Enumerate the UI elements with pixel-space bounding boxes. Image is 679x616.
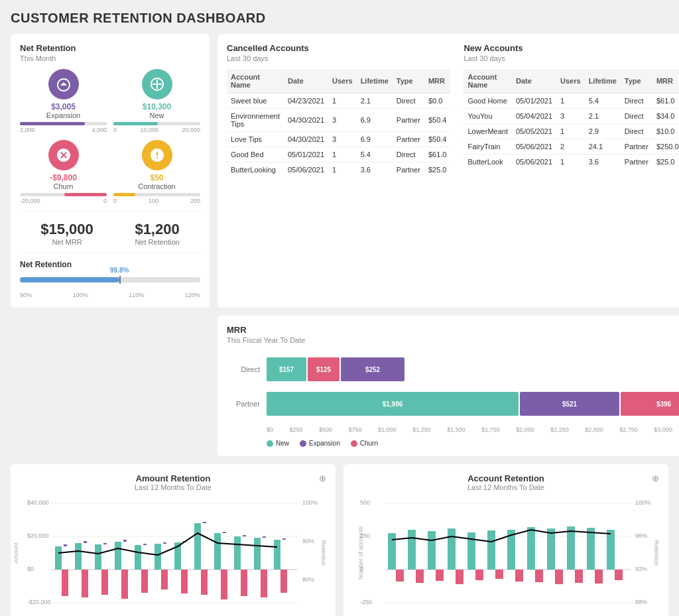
table-cell: $61.0 xyxy=(424,147,451,162)
net-retention-label: Net Retention xyxy=(135,238,179,246)
svg-rect-41 xyxy=(143,544,147,545)
table-cell: $61.0 xyxy=(652,93,679,109)
svg-text:96%: 96% xyxy=(635,532,647,539)
table-cell: $50.4 xyxy=(424,109,451,132)
svg-rect-81 xyxy=(555,570,563,584)
table-cell: 04/23/2021 xyxy=(284,93,328,109)
table-cell: Partner xyxy=(393,109,424,132)
cancelled-title: Cancelled Accounts xyxy=(227,43,450,53)
table-cell: $10.0 xyxy=(652,124,679,139)
table-cell: 04/30/2021 xyxy=(284,109,328,132)
svg-text:80%: 80% xyxy=(302,576,314,583)
table-cell: 2.1 xyxy=(585,109,621,124)
net-retention-value: $1,200 xyxy=(135,221,179,238)
contraction-metric: $50 Contraction 0100200 xyxy=(113,140,200,204)
new-col-lifetime: Lifetime xyxy=(585,69,621,93)
churn-label: Churn xyxy=(54,182,74,190)
svg-rect-73 xyxy=(396,570,404,582)
table-cell: ButterLooking xyxy=(227,162,284,178)
table-cell: LowerMeant xyxy=(463,124,512,139)
cancelled-table-row: Love Tips04/30/202136.9Partner$50.4 xyxy=(227,132,450,147)
svg-rect-31 xyxy=(181,570,188,593)
cancelled-col-users: Users xyxy=(328,69,357,93)
svg-rect-84 xyxy=(615,570,623,580)
svg-rect-64 xyxy=(448,528,456,570)
svg-rect-20 xyxy=(194,523,201,570)
table-cell: YouYou xyxy=(463,109,512,124)
svg-rect-63 xyxy=(428,531,436,570)
table-cell: Environnement Tips xyxy=(227,109,284,132)
svg-text:100%: 100% xyxy=(635,499,650,506)
new-accounts-table: Account Name Date Users Lifetime Type MR… xyxy=(463,69,679,169)
svg-rect-24 xyxy=(274,540,280,570)
retention-gauge: Net Retention 99.8% 90%100%110%120% xyxy=(20,260,200,298)
table-cell: Good Home xyxy=(463,93,512,109)
svg-rect-82 xyxy=(575,570,583,583)
churn-metric: -$9,800 Churn -20,0000 xyxy=(20,140,107,204)
new-table-row: LowerMeant05/05/202112.9Direct$10.0 xyxy=(463,124,679,139)
table-cell: 1 xyxy=(328,93,357,109)
account-retention-title: Account Retention xyxy=(455,473,557,483)
amount-retention-svg: $40,000 $20,000 $0 -$20,000 100% 90% 80%… xyxy=(27,497,320,616)
new-col-users: Users xyxy=(556,69,585,93)
table-cell: 1 xyxy=(328,147,357,162)
legend-churn: Churn xyxy=(351,440,378,447)
expansion-label: Expansion xyxy=(46,111,80,119)
table-cell: 1 xyxy=(556,93,585,109)
account-retention-zoom[interactable]: ⊕ xyxy=(652,473,659,483)
table-cell: 1 xyxy=(328,162,357,178)
table-cell: $25.0 xyxy=(424,162,451,178)
svg-rect-65 xyxy=(467,532,475,570)
amount-retention-title: Amount Retention xyxy=(122,473,224,483)
svg-text:92%: 92% xyxy=(635,566,647,572)
table-cell: $50.4 xyxy=(424,132,451,147)
direct-new-bar: $157 xyxy=(267,357,306,381)
svg-rect-18 xyxy=(154,544,161,570)
table-cell: ButterLook xyxy=(463,154,512,170)
cancelled-table-row: Environnement Tips04/30/202136.9Partner$… xyxy=(227,109,450,132)
svg-rect-22 xyxy=(234,536,241,570)
table-cell: Direct xyxy=(621,124,652,139)
net-mrr-label: Net MRR xyxy=(40,238,93,246)
svg-rect-39 xyxy=(103,543,107,544)
svg-rect-16 xyxy=(115,542,121,570)
table-cell: Partner xyxy=(621,139,652,154)
svg-rect-75 xyxy=(436,570,444,581)
table-cell: 2 xyxy=(556,139,585,154)
svg-rect-30 xyxy=(161,570,168,589)
table-cell: FairyTrain xyxy=(463,139,512,154)
gauge-axis: 90%100%110%120% xyxy=(20,292,200,298)
expansion-icon xyxy=(48,69,79,99)
account-retention-y-label: Retention xyxy=(654,540,660,566)
account-retention-card: Account Retention Last 12 Months To Date… xyxy=(343,464,668,616)
table-cell: 05/01/2021 xyxy=(512,93,556,109)
svg-rect-70 xyxy=(567,526,575,570)
contraction-icon xyxy=(142,140,172,170)
contraction-label: Contraction xyxy=(138,182,175,190)
partner-new-bar: $1,986 xyxy=(267,392,519,416)
table-cell: Good Bed xyxy=(227,147,284,162)
net-mrr-value: $15,000 xyxy=(40,221,93,238)
svg-rect-28 xyxy=(121,570,128,599)
new-label: New xyxy=(149,111,164,119)
svg-text:$0: $0 xyxy=(27,566,34,572)
table-cell: $250.0 xyxy=(652,139,679,154)
svg-text:500: 500 xyxy=(360,499,370,506)
cancelled-table: Account Name Date Users Lifetime Type MR… xyxy=(227,69,450,177)
svg-rect-33 xyxy=(221,570,227,599)
svg-rect-80 xyxy=(535,570,543,582)
svg-rect-79 xyxy=(515,570,523,582)
legend-expansion: Expansion xyxy=(300,440,340,447)
svg-rect-26 xyxy=(82,570,88,597)
svg-text:$40,000: $40,000 xyxy=(27,499,49,506)
svg-rect-78 xyxy=(495,570,503,579)
new-accounts-section: New Accounts Last 30 days Account Name D… xyxy=(463,43,679,177)
svg-text:-250: -250 xyxy=(360,599,372,605)
contraction-bar: 0100200 xyxy=(113,193,200,204)
cancelled-table-row: ButterLooking05/06/202113.6Partner$25.0 xyxy=(227,162,450,178)
amount-retention-zoom[interactable]: ⊕ xyxy=(319,473,326,483)
new-table-row: ButterLook05/06/202113.6Partner$25.0 xyxy=(463,154,679,170)
expansion-bar: 2,0004,000 xyxy=(20,122,107,133)
svg-rect-74 xyxy=(416,570,424,583)
account-retention-subtitle: Last 12 Months To Date xyxy=(455,483,557,491)
